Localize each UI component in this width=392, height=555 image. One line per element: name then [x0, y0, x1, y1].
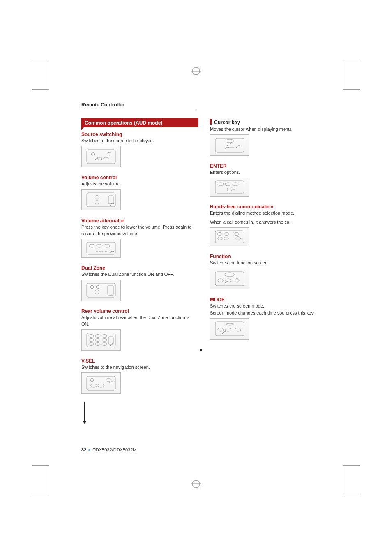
svg-point-31	[102, 338, 107, 341]
feature-title: Volume attenuator	[81, 218, 198, 224]
trim-mark	[343, 465, 360, 494]
feature-title: ENTER	[210, 163, 327, 169]
feature-block-function: Function Switches the function screen.	[210, 254, 327, 289]
remote-illustration	[210, 134, 249, 156]
svg-point-54	[236, 236, 240, 240]
feature-title: Cursor key	[214, 120, 240, 125]
svg-point-33	[95, 342, 100, 345]
feature-block-volume-attenuator: Volume attenuator Press the key once to …	[81, 218, 198, 258]
svg-rect-41	[215, 138, 244, 152]
feature-block-handsfree: Hands-free communication Enters the dial…	[210, 204, 327, 246]
feature-body: Enters the dialing method selection mode…	[210, 210, 327, 217]
feature-block-source-switching: Source switching Switches to the source …	[81, 132, 198, 167]
feature-title: Source switching	[81, 132, 198, 137]
feature-title: V.SEL	[81, 358, 198, 364]
svg-point-13	[95, 200, 99, 204]
remote-illustration	[210, 268, 249, 289]
svg-point-37	[90, 378, 94, 382]
feature-body: Adjusts the volume.	[81, 181, 198, 187]
feature-body: Switches to the source to be played.	[81, 138, 198, 144]
right-column: Cursor key Moves the cursor when display…	[210, 118, 327, 401]
svg-point-56	[225, 273, 235, 277]
feature-body: When a call comes in, it answers the cal…	[210, 219, 327, 226]
svg-point-42	[226, 139, 234, 143]
svg-point-22	[96, 285, 99, 289]
svg-rect-10	[104, 157, 108, 160]
page: Remote Controller Common operations (AUD…	[0, 0, 392, 555]
feature-title: Hands-free communication	[210, 204, 327, 210]
svg-point-23	[95, 290, 99, 294]
svg-point-47	[227, 187, 232, 192]
remote-illustration: KENWOOD	[81, 239, 121, 258]
remote-icon	[213, 321, 246, 337]
svg-point-50	[224, 232, 229, 235]
feature-title-row: Cursor key	[210, 118, 327, 126]
svg-point-63	[235, 328, 241, 331]
svg-point-21	[90, 285, 94, 289]
svg-point-12	[95, 195, 99, 199]
svg-point-61	[218, 328, 224, 331]
red-tab-icon	[210, 119, 212, 125]
registration-mark-bottom	[191, 479, 201, 489]
svg-point-53	[224, 237, 229, 240]
remote-icon: KENWOOD	[85, 241, 118, 256]
svg-point-29	[89, 338, 94, 341]
svg-point-52	[217, 237, 222, 240]
feature-block-volume-control: Volume control Adjusts the volume.	[81, 175, 198, 210]
feature-title: Function	[210, 254, 327, 259]
registration-mark-top	[191, 66, 201, 76]
trim-mark	[343, 61, 360, 90]
bullet-icon: ●	[88, 447, 91, 452]
svg-point-32	[89, 342, 94, 345]
svg-point-39	[90, 384, 97, 387]
svg-point-30	[95, 338, 100, 341]
svg-point-45	[225, 183, 231, 186]
svg-point-28	[102, 334, 107, 337]
svg-point-62	[225, 328, 231, 331]
feature-block-rear-volume: Rear volume control Adjusts volume at re…	[81, 308, 198, 351]
remote-icon	[213, 271, 246, 287]
remote-illustration	[81, 280, 121, 301]
svg-point-40	[98, 384, 104, 387]
content-area: Remote Controller Common operations (AUD…	[81, 102, 327, 452]
svg-rect-35	[108, 337, 113, 344]
svg-rect-36	[87, 376, 115, 390]
svg-text:KENWOOD: KENWOOD	[96, 250, 107, 253]
page-number: 82	[81, 447, 86, 452]
left-column: Common operations (AUD mode) Source swit…	[81, 118, 198, 401]
svg-point-26	[89, 334, 94, 337]
remote-icon	[85, 282, 118, 298]
feature-body: Screen mode changes each time you press …	[210, 310, 327, 317]
two-column-layout: Common operations (AUD mode) Source swit…	[81, 118, 327, 401]
svg-point-18	[104, 244, 110, 247]
model-label: DDX5032/DDX5032M	[92, 447, 137, 452]
remote-icon	[85, 375, 118, 391]
svg-rect-11	[87, 193, 115, 207]
feature-body: Press the key once to lower the volume. …	[81, 224, 198, 237]
feature-block-enter: ENTER Enters options.	[210, 163, 327, 197]
mode-banner: Common operations (AUD mode)	[81, 118, 198, 127]
svg-rect-6	[87, 150, 115, 164]
remote-icon	[213, 180, 246, 194]
remote-icon	[213, 137, 246, 153]
remote-illustration	[81, 146, 121, 167]
feature-block-vsel: V.SEL Switches to the navigation screen.	[81, 358, 198, 394]
svg-point-17	[97, 244, 102, 247]
svg-point-46	[233, 183, 238, 186]
remote-icon	[85, 332, 118, 348]
svg-point-34	[102, 342, 107, 345]
remote-illustration	[81, 372, 121, 394]
feature-title: Rear volume control	[81, 308, 198, 314]
feature-title: Dual Zone	[81, 265, 198, 271]
remote-icon	[85, 192, 118, 208]
feature-body: Switches the Dual Zone function ON and O…	[81, 271, 198, 278]
page-footer: 82●DDX5032/DDX5032M	[81, 447, 137, 452]
feature-body: Moves the cursor when displaying menu.	[210, 126, 327, 133]
svg-point-51	[234, 232, 239, 235]
remote-illustration	[81, 329, 121, 351]
svg-point-38	[107, 378, 110, 382]
feature-block-mode: MODE Switches the screen mode. Screen mo…	[210, 297, 327, 340]
svg-point-49	[217, 232, 222, 235]
trim-mark	[32, 61, 49, 90]
feature-block-dual-zone: Dual Zone Switches the Dual Zone functio…	[81, 265, 198, 301]
